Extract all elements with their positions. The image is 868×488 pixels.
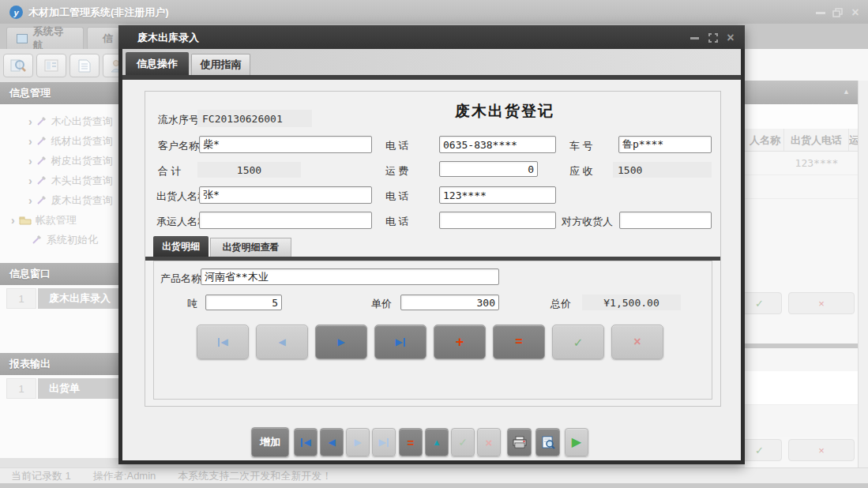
sidebar-item-system-init[interactable]: 系统初始化 (0, 230, 118, 250)
grid-header-name: 人名称 (745, 129, 784, 151)
restore-button[interactable] (831, 6, 845, 19)
grid-data-row[interactable]: 123**** (745, 152, 858, 175)
info-row-waste-wood-entry[interactable]: 废木出库录入 (38, 288, 118, 309)
grid-empty-row[interactable] (745, 175, 858, 199)
tab-user-guide[interactable]: 使用指南 (191, 54, 250, 75)
grid-confirm-button-top[interactable]: ✓ (745, 292, 782, 314)
customer-name-input[interactable] (199, 136, 372, 153)
sidebar-item-waste-wood-query[interactable]: › 废木出货查询 (0, 190, 118, 210)
toolbar-add-button[interactable]: 增加 (251, 427, 289, 457)
sidebar-list-button[interactable] (36, 54, 66, 77)
toolbar-next-button[interactable]: ▶ (346, 428, 370, 456)
freight-input[interactable] (439, 161, 538, 177)
sidebar-item-paper-query[interactable]: › 纸材出货查询 (0, 131, 118, 151)
customer-phone-input[interactable] (439, 136, 556, 153)
detail-nav-delete-button[interactable]: = (493, 325, 545, 359)
minimize-button[interactable] (814, 6, 828, 19)
report-row-number: 1 (6, 378, 36, 399)
consignee-input[interactable] (619, 212, 712, 229)
close-icon: × (727, 32, 734, 43)
run-icon: ▶ (572, 436, 581, 449)
chevron-right-icon: › (28, 136, 32, 147)
carrier-name-input[interactable] (199, 212, 372, 229)
delete-record-icon: = (515, 336, 522, 348)
toolbar-post-button[interactable]: ✓ (451, 428, 475, 456)
toolbar-last-button[interactable]: ▶ (372, 428, 396, 456)
section-header-info-window: 信息窗口 (0, 263, 118, 285)
detail-nav-cancel-button[interactable]: × (611, 325, 663, 359)
shipment-form-panel: 废木出货登记 流水序号 FC20130626001 客户名称 电 话 车 号 合… (145, 91, 721, 407)
tab-shipment-detail-view[interactable]: 出货明细查看 (210, 238, 291, 257)
close-icon: × (851, 7, 859, 18)
grid-cancel-button-top[interactable]: × (788, 292, 855, 314)
toolbar-first-button[interactable]: ◀ (294, 428, 318, 456)
dialog-tabbar: 信息操作 使用指南 (122, 49, 741, 75)
dialog-maximize-button[interactable] (707, 32, 720, 44)
section-header-info-manage: 信息管理 (0, 82, 118, 104)
toolbar-cancel-button[interactable]: × (477, 428, 501, 456)
detail-nav-next-button[interactable]: ▶ (315, 325, 367, 359)
form-heading: 废木出货登记 (414, 101, 596, 122)
grid-cancel-button-bottom[interactable]: × (788, 439, 855, 461)
sidebar-search-button[interactable] (3, 54, 33, 77)
tab-shipment-detail[interactable]: 出货明细 (153, 236, 209, 257)
detail-nav-prior-button[interactable]: ◀ (256, 325, 308, 359)
nav-tree: › 木心出货查询 › 纸材出货查询 › 树皮出货查询 › 木头出货查询 › 废木… (0, 104, 118, 263)
search-icon (10, 58, 26, 73)
last-record-icon: ▶ (395, 337, 402, 347)
receivable-field: 1500 (613, 162, 712, 178)
detail-nav-post-button[interactable]: ✓ (552, 325, 604, 359)
first-record-icon: ◀ (220, 337, 227, 347)
dialog-close-button[interactable]: × (724, 32, 737, 44)
status-record-count: 当前记录数 1 (11, 469, 71, 483)
toolbar-preview-button[interactable] (535, 428, 560, 456)
list-icon (44, 59, 58, 72)
sidebar-item-accounts-mgmt[interactable]: › 帐款管理 (0, 210, 118, 230)
unit-price-input[interactable] (400, 295, 499, 310)
carrier-phone-input[interactable] (439, 212, 556, 229)
edit-record-icon: ▲ (433, 438, 442, 447)
grid-confirm-button-bottom[interactable]: ✓ (745, 439, 782, 461)
tab-info[interactable]: 信 (87, 27, 120, 49)
toolbar-prior-button[interactable]: ◀ (320, 428, 344, 456)
vertical-scrollbar[interactable] (858, 81, 868, 467)
detail-nav-last-button[interactable]: ▶ (374, 325, 426, 359)
minimize-icon (690, 37, 699, 39)
cancel-record-icon: × (486, 437, 493, 449)
tab-info-operation[interactable]: 信息操作 (126, 52, 189, 75)
vehicle-number-input[interactable] (618, 136, 712, 153)
collapse-icon: ▲ (843, 88, 850, 96)
report-row-shipping-order[interactable]: 出货单 (38, 378, 118, 399)
product-name-input[interactable] (201, 268, 499, 285)
toolbar-run-button[interactable]: ▶ (565, 428, 588, 456)
prior-record-icon: ◀ (278, 337, 285, 347)
tab-system-nav[interactable]: 系统导航 (6, 27, 84, 49)
sidebar-document-button[interactable] (70, 54, 100, 77)
dialog-minimize-button[interactable] (688, 32, 701, 44)
preview-icon (541, 436, 555, 449)
info-window-list: 1 废木出库录入 (0, 285, 118, 353)
next-record-icon: ▶ (337, 337, 344, 347)
sidebar-user-button[interactable] (103, 54, 118, 77)
grid-header-shipper-phone: 出货人电话 (784, 129, 849, 151)
detail-nav-first-button[interactable]: ◀ (197, 325, 249, 359)
toolbar-print-button[interactable] (507, 428, 532, 456)
grid-collapse-bar[interactable]: ▲ (745, 81, 858, 104)
print-icon (513, 436, 527, 449)
chevron-right-icon: › (28, 156, 32, 167)
close-button[interactable]: × (848, 6, 862, 19)
sidebar-item-wood-core-query[interactable]: › 木心出货查询 (0, 111, 118, 131)
sidebar-item-bark-query[interactable]: › 树皮出货查询 (0, 151, 118, 171)
dialog-titlebar: 废木出库录入 × (118, 25, 745, 49)
wand-icon (32, 235, 43, 245)
detail-nav-insert-button[interactable]: + (434, 325, 486, 359)
shipper-name-input[interactable] (199, 186, 372, 204)
info-row-number: 1 (6, 288, 36, 309)
toolbar-edit-button[interactable]: ▲ (425, 428, 449, 456)
serial-number-field: FC20130626001 (197, 110, 312, 127)
toolbar-delete-button[interactable]: = (399, 428, 423, 456)
sidebar-item-log-query[interactable]: › 木头出货查询 (0, 171, 118, 190)
sidebar: 信息管理 › 木心出货查询 › 纸材出货查询 › 树皮出货查询 › 木头出货查询… (0, 49, 118, 467)
shipper-phone-input[interactable] (439, 186, 556, 204)
tonnage-input[interactable] (205, 295, 282, 310)
